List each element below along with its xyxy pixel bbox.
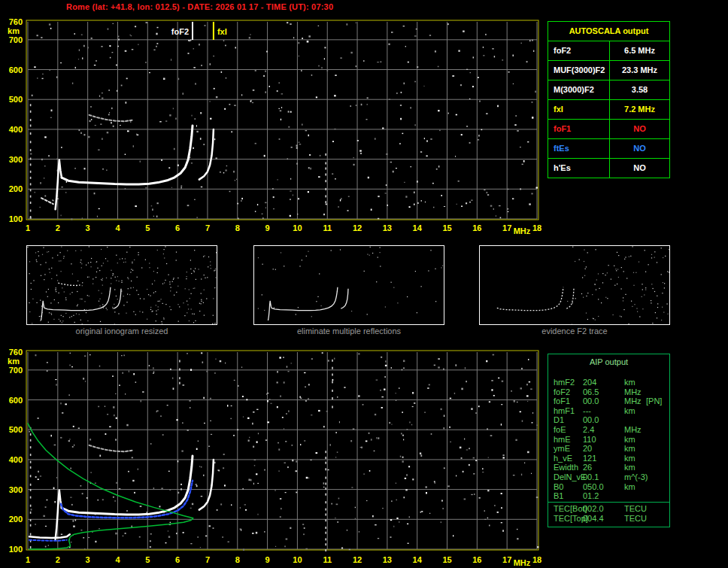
noise-echoes (29, 352, 539, 551)
thumb-second-hop (58, 283, 80, 285)
second-hop-trace (89, 445, 133, 451)
aip-table-header: AIP output (548, 357, 669, 366)
x-tick-label: 18 (532, 555, 541, 564)
thumb-caption-original: original ionogram resized (26, 327, 217, 336)
thumb-f-trace (497, 287, 563, 311)
aip-param-label: B0 (554, 482, 563, 492)
autoscala-param-label: M(3000)F2 (548, 80, 610, 99)
thumb-noise (27, 246, 217, 324)
y-tick-label: 400 (9, 455, 23, 464)
aip-param-unit: km (624, 463, 635, 472)
aip-param-label: TEC[Bot] (554, 504, 587, 514)
aip-param-label: foF2 (554, 387, 570, 397)
scaled-ionogram-plot: foF2fxI123456789101112131415161718MHz700… (0, 15, 544, 239)
x-tick-label: 12 (353, 223, 362, 232)
thumb-caption-evidence: evidence F2 trace (479, 327, 670, 336)
aip-param-unit: km (624, 378, 635, 387)
autoscala-param-value: 7.2 MHz (610, 100, 669, 119)
autoscala-param-value: NO (610, 139, 669, 158)
aip-param-label: foE (554, 425, 566, 435)
aip-param-value: 00.1 (583, 472, 599, 482)
f-trace-trace (62, 126, 193, 184)
aip-param-label: foF1 (554, 396, 570, 406)
y-axis-unit: km (8, 357, 20, 366)
second-hop-trace (89, 115, 133, 121)
aip-row-hme: hmE110km (548, 435, 669, 445)
x-tick-label: 5 (145, 223, 150, 232)
y-tick-label: 760 (9, 348, 23, 357)
aip-param-extra: [PN] (646, 396, 662, 406)
aip-param-label: Ewidth (554, 463, 578, 472)
x-tick-label: 2 (56, 223, 60, 232)
aip-param-unit: MHz (624, 396, 642, 406)
y-tick-label: 200 (9, 184, 23, 193)
thumb-original-ionogram-image (27, 246, 217, 324)
y-tick-label: 300 (9, 485, 23, 494)
aip-param-label: h_vE (554, 454, 572, 463)
frequency-markers: foF2fxI (171, 22, 227, 40)
x-tick-label: 9 (265, 223, 270, 232)
aip-param-value: 2.4 (583, 425, 594, 435)
aip-output-table: AIP output hmF2204kmfoF206.5MHzfoF100.0M… (548, 354, 670, 527)
x-trace-trace (199, 129, 214, 180)
thumb-eliminate-reflections (253, 245, 444, 325)
x-tick-label: 10 (293, 555, 302, 564)
x-tick-label: 13 (383, 223, 392, 232)
aip-row-ewidth: Ewidth26km (548, 463, 669, 472)
autoscala-param-label: foF2 (548, 41, 610, 60)
aip-param-unit: km (624, 435, 635, 445)
x-axis-unit: MHz (514, 558, 531, 567)
thumb-x-trace (114, 289, 121, 309)
aip-param-unit: km (624, 454, 635, 463)
noise-echoes (30, 22, 538, 220)
aip-param-label: B1 (554, 491, 563, 501)
x-axis-unit: MHz (514, 226, 531, 235)
y-tick-label: 400 (9, 125, 23, 134)
plot-frame (26, 20, 538, 220)
aip-param-value: 050.0 (583, 482, 604, 492)
aip-param-unit: m^(-3) (624, 472, 648, 482)
aip-param-unit: TECU (624, 514, 647, 524)
y-tick-label: 300 (9, 155, 23, 164)
x-tick-label: 16 (472, 555, 481, 564)
aip-row-fof1: foF100.0MHz[PN] (548, 396, 669, 406)
grid-lines (28, 22, 537, 219)
aip-param-unit: MHz (624, 387, 642, 397)
x-tick-label: 5 (145, 555, 150, 564)
x-tick-label: 18 (532, 223, 541, 232)
aip-param-value: 204 (583, 378, 596, 387)
autoscala-param-value: NO (610, 120, 669, 138)
aip-row-tecbot: TEC[Bot]002.0TECU (548, 504, 669, 514)
autoscala-param-label: MUF(3000)F2 (548, 61, 610, 80)
aip-param-unit: km (624, 482, 635, 492)
x-tick-label: 11 (323, 223, 332, 232)
aip-param-unit: MHz (624, 425, 642, 435)
autoscala-param-label: h'Es (548, 159, 610, 178)
aip-row-b1: B101.2 (548, 491, 669, 501)
x-tick-label: 11 (323, 555, 332, 564)
x-tick-label: 1 (26, 223, 30, 232)
aip-row-hve: h_vE121km (548, 454, 669, 463)
thumb-eliminate-reflections-image (254, 246, 444, 324)
thumb-x-trace (566, 289, 574, 309)
autoscala-table-header: AUTOSCALA output (548, 22, 669, 41)
aip-row-b0: B0050.0km (548, 482, 669, 492)
fxI-marker-label: fxI (217, 27, 227, 36)
x-tick-label: 13 (383, 555, 392, 564)
y-tick-label: 700 (9, 35, 23, 44)
x-tick-label: 6 (175, 555, 180, 564)
thumb-evidence-f2-trace-image (480, 246, 669, 324)
autoscala-row-muf3000f2: MUF(3000)F223.3 MHz (548, 61, 669, 80)
station-title: Rome (lat: +41.8, lon: 012.5) - DATE: 20… (66, 2, 333, 11)
autoscala-row-fof2: foF26.5 MHz (548, 41, 669, 61)
aip-param-value: 004.4 (583, 514, 604, 524)
aip-param-value: 06.5 (583, 387, 599, 397)
aip-param-value: 002.0 (583, 504, 604, 514)
thumb-leading-edge (41, 301, 44, 320)
y-tick-label: 100 (9, 214, 23, 223)
aip-param-value: 121 (583, 454, 596, 463)
aip-param-label: hmE (554, 435, 571, 445)
aip-tec-rows: TEC[Bot]002.0TECUTEC[Top]004.4TECU (548, 504, 669, 523)
aip-row-delnve: DelN_vE00.1m^(-3) (548, 472, 669, 482)
aip-param-label: D1 (554, 415, 564, 425)
